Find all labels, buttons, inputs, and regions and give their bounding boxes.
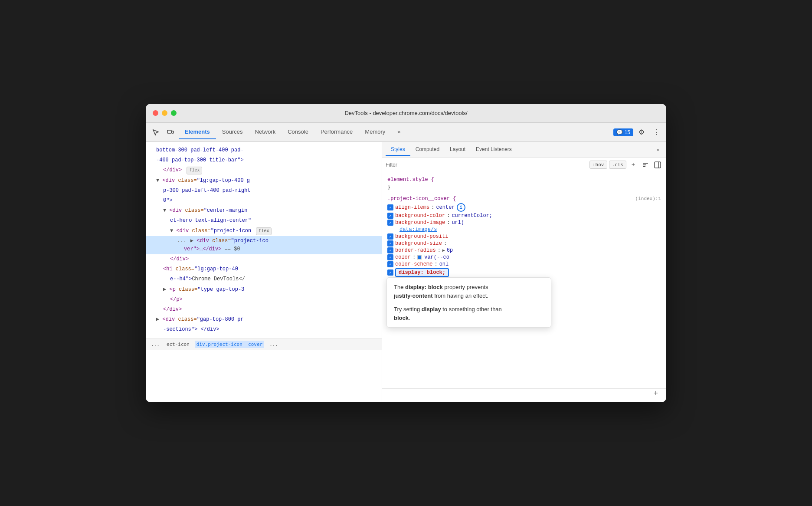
html-line[interactable]: </div> flex bbox=[146, 165, 382, 175]
html-line[interactable]: e--h4">Chrome DevTools</ bbox=[146, 274, 382, 284]
css-prop-line-bg-color: background-color : currentColor; bbox=[382, 212, 666, 219]
breadcrumb-item[interactable]: ... bbox=[268, 341, 280, 348]
html-line[interactable]: ▼ <div class="lg:gap-top-400 g bbox=[146, 176, 382, 186]
tooltip-bold-block: block bbox=[394, 315, 409, 321]
html-text: p-300 pad-left-400 pad-right bbox=[163, 187, 251, 194]
css-prop-checkbox[interactable] bbox=[387, 254, 393, 260]
tooltip-line2: Try setting display to something other t… bbox=[394, 305, 544, 322]
breadcrumb-item[interactable]: ect-icon bbox=[165, 341, 191, 348]
maximize-button[interactable] bbox=[171, 110, 177, 116]
add-style-button[interactable]: + bbox=[651, 388, 661, 399]
expand-icon: ▼ bbox=[156, 177, 159, 184]
html-line[interactable]: 0"> bbox=[146, 196, 382, 206]
panel-tab-more[interactable]: » bbox=[653, 145, 663, 154]
settings-icon[interactable]: ⚙ bbox=[635, 126, 648, 139]
tab-elements[interactable]: Elements bbox=[179, 125, 216, 139]
close-button[interactable] bbox=[153, 110, 158, 116]
css-prop-checkbox[interactable] bbox=[387, 261, 393, 267]
tab-performance[interactable]: Performance bbox=[314, 125, 359, 139]
css-prop-checkbox[interactable] bbox=[387, 220, 393, 226]
html-text: 0"> bbox=[163, 197, 173, 204]
filter-bar: :hov .cls + bbox=[382, 158, 666, 172]
tab-memory[interactable]: Memory bbox=[359, 125, 391, 139]
title-bar: DevTools - developer.chrome.com/docs/dev… bbox=[146, 104, 666, 123]
tab-computed[interactable]: Computed bbox=[410, 144, 445, 156]
tooltip-line1: The display: block property prevents jus… bbox=[394, 283, 544, 300]
notification-badge[interactable]: 💬 15 bbox=[613, 128, 633, 136]
tab-layout[interactable]: Layout bbox=[445, 144, 471, 156]
filter-input[interactable] bbox=[386, 162, 586, 168]
css-source[interactable]: (index):1 bbox=[635, 196, 661, 201]
html-line[interactable]: </div> bbox=[146, 305, 382, 315]
html-line[interactable]: -400 pad-top-300 title-bar"> bbox=[146, 155, 382, 165]
html-line[interactable]: </div> bbox=[146, 254, 382, 264]
css-element-style-block: element.style { } bbox=[382, 174, 666, 193]
html-line[interactable]: p-300 pad-left-400 pad-right bbox=[146, 186, 382, 196]
add-style-icon[interactable]: + bbox=[628, 160, 638, 170]
tab-styles[interactable]: Styles bbox=[386, 144, 410, 156]
css-rule-block: .project-icon__cover { (index):1 align-i… bbox=[382, 193, 666, 324]
tab-console[interactable]: Console bbox=[282, 125, 314, 139]
css-prop-checkbox[interactable] bbox=[387, 233, 393, 240]
new-style-rule-icon[interactable] bbox=[640, 160, 651, 170]
css-prop-line-color: color : var(--co bbox=[382, 254, 666, 261]
expand-icon[interactable]: ▶ bbox=[442, 248, 445, 253]
html-text: class= bbox=[178, 177, 196, 184]
breadcrumb-item[interactable]: ... bbox=[149, 341, 161, 348]
panel-tab-bar: Styles Computed Layout Event Listeners » bbox=[382, 142, 666, 158]
html-text: -400 pad-top-300 title-bar"> bbox=[156, 157, 244, 163]
prop-name: color bbox=[395, 254, 411, 260]
html-line[interactable]: <h1 class="lg:gap-top-40 bbox=[146, 264, 382, 274]
inspect-icon[interactable] bbox=[149, 126, 162, 139]
css-prop-line-display: display: block; The display: block prope… bbox=[382, 268, 666, 277]
html-line[interactable]: -sections"> </div> bbox=[146, 325, 382, 335]
prop-name: background-positi bbox=[395, 233, 448, 240]
prop-value: onl bbox=[439, 261, 449, 267]
css-prop-checkbox[interactable] bbox=[387, 240, 393, 246]
prop-value: var(--co bbox=[424, 254, 449, 260]
notification-icon: 💬 bbox=[616, 129, 623, 135]
css-prop-line-bg-position: background-positi bbox=[382, 233, 666, 240]
tooltip-popup: The display: block property prevents jus… bbox=[386, 277, 551, 328]
breadcrumb-item-active[interactable]: div.project-icon__cover bbox=[195, 341, 264, 348]
color-swatch[interactable] bbox=[417, 255, 422, 260]
css-prop-checkbox[interactable] bbox=[387, 213, 393, 219]
toolbar-right: 💬 15 ⚙ ⋮ bbox=[613, 126, 663, 139]
html-line[interactable]: ▼ <div class="project-icon flex bbox=[146, 226, 382, 236]
toggle-sidebar-icon[interactable] bbox=[652, 160, 663, 170]
notification-count: 15 bbox=[625, 129, 630, 135]
hov-button[interactable]: :hov bbox=[589, 161, 607, 169]
prop-value: center bbox=[436, 204, 455, 210]
more-options-icon[interactable]: ⋮ bbox=[650, 126, 663, 139]
css-prop-checkbox[interactable] bbox=[387, 204, 393, 210]
traffic-lights bbox=[153, 110, 177, 116]
tab-event-listeners[interactable]: Event Listeners bbox=[471, 144, 517, 156]
prop-name: align-items bbox=[395, 204, 429, 210]
svg-rect-0 bbox=[167, 130, 171, 133]
html-line[interactable]: ▶ <div class="gap-top-800 pr bbox=[146, 315, 382, 325]
prop-value: url( bbox=[452, 220, 464, 226]
main-content: bottom-300 pad-left-400 pad- -400 pad-to… bbox=[146, 142, 666, 402]
html-line[interactable]: ct-hero text-align-center" bbox=[146, 216, 382, 226]
prop-value: 6p bbox=[447, 247, 453, 253]
css-prop-checkbox[interactable] bbox=[387, 269, 393, 276]
data-url-link[interactable]: data:image/s bbox=[399, 227, 437, 233]
tab-more[interactable]: » bbox=[391, 125, 406, 139]
cls-button[interactable]: .cls bbox=[609, 161, 627, 169]
css-prop-line-bg-size: background-size : bbox=[382, 240, 666, 247]
css-selector: .project-icon__cover { bbox=[387, 196, 456, 202]
tab-network[interactable]: Network bbox=[249, 125, 282, 139]
selected-element-line[interactable]: ... ▶ <div class="project-ico ver">…</di… bbox=[146, 236, 382, 254]
device-toggle-icon[interactable] bbox=[164, 126, 177, 139]
html-line[interactable]: </p> bbox=[146, 295, 382, 305]
css-prop-checkbox[interactable] bbox=[387, 247, 393, 253]
html-line[interactable]: bottom-300 pad-left-400 pad- bbox=[146, 145, 382, 155]
tab-sources[interactable]: Sources bbox=[216, 125, 249, 139]
css-selector: element.style { bbox=[387, 177, 434, 183]
html-line[interactable]: ▶ <p class="type gap-top-3 bbox=[146, 285, 382, 295]
info-circle-icon[interactable]: i bbox=[457, 203, 465, 212]
minimize-button[interactable] bbox=[162, 110, 167, 116]
css-prop-line-data-url: data:image/s bbox=[382, 226, 666, 233]
html-line[interactable]: ▼ <div class="center-margin bbox=[146, 206, 382, 216]
elements-tree: bottom-300 pad-left-400 pad- -400 pad-to… bbox=[146, 142, 382, 338]
